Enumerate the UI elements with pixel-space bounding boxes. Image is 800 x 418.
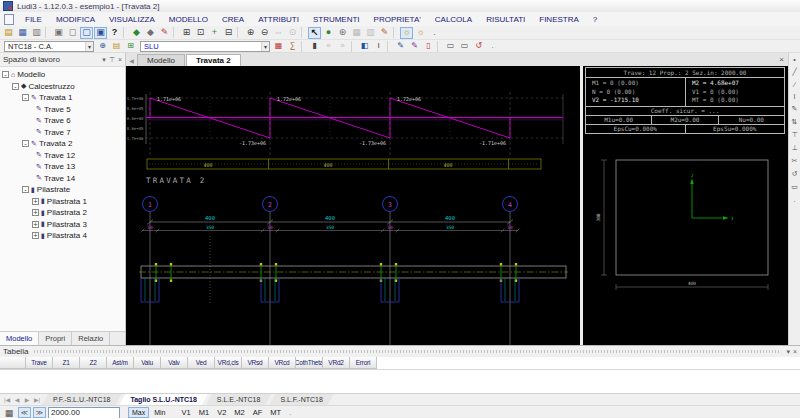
panel-grip[interactable] xyxy=(34,350,780,353)
align-top-tool-icon[interactable]: ⊤ xyxy=(791,131,797,139)
toolbar-overflow-icon[interactable]: . xyxy=(286,407,294,418)
tab-scroll-left-icon[interactable]: ◀ xyxy=(126,55,137,66)
sheet-tab-slf[interactable]: S.L.F.-NTC18 xyxy=(269,394,333,405)
tree-item-trave-6[interactable]: ✎ Trave 6 xyxy=(0,115,125,127)
expand-icon[interactable]: - xyxy=(2,71,9,78)
tree-item-pilastrata-4[interactable]: + ▮ Pilastrata 4 xyxy=(0,230,125,242)
column-header-errori[interactable]: Errori xyxy=(350,357,377,369)
table-view-icon[interactable]: ▦ xyxy=(350,27,363,39)
column-header-z1[interactable]: Z1 xyxy=(53,357,80,369)
annotate-icon[interactable]: ✎ xyxy=(378,27,391,39)
tree-item-trave-13[interactable]: ✎ Trave 13 xyxy=(0,161,125,173)
tree-item-trave-14[interactable]: ✎ Trave 14 xyxy=(0,173,125,185)
first-sheet-icon[interactable]: |◀ xyxy=(2,396,12,403)
dashed-rect2-icon[interactable]: ▭ xyxy=(458,41,471,52)
rect-tool-icon[interactable]: ▭ xyxy=(791,183,798,191)
section-next-icon[interactable]: ≫ xyxy=(33,407,46,418)
expand-icon[interactable]: - xyxy=(22,186,29,193)
tree-item-calcestruzzo[interactable]: - ◆ Calcestruzzo xyxy=(0,81,125,93)
report-icon[interactable]: ▥ xyxy=(364,27,377,39)
column-header-z2[interactable]: Z2 xyxy=(80,357,107,369)
envelope-icon[interactable]: ▤ xyxy=(110,41,123,52)
select-cursor-icon[interactable]: ↖ xyxy=(308,27,321,39)
toolbar2-overflow-icon[interactable]: . xyxy=(486,41,499,52)
tree-item-pilastrata-3[interactable]: + ▮ Pilastrata 3 xyxy=(0,219,125,231)
snap-icon[interactable]: ⊡ xyxy=(194,27,207,39)
menu-finestra[interactable]: FINESTRA xyxy=(532,15,586,24)
tree-item-trave-12[interactable]: ✎ Trave 12 xyxy=(0,150,125,162)
zoom-in-icon[interactable]: ⊕ xyxy=(244,27,257,39)
column-header-trave[interactable]: Trave xyxy=(26,357,53,369)
tree-item-pilastrata-1[interactable]: + ▮ Pilastrata 1 xyxy=(0,196,125,208)
globe-icon[interactable]: ● xyxy=(322,27,335,39)
expand-icon[interactable]: + xyxy=(32,209,39,216)
column-header-valv[interactable]: Valv xyxy=(161,357,188,369)
view-results-icon[interactable]: ▣ xyxy=(94,27,107,39)
tree-item-travata-1[interactable]: - ✎ Travata 1 xyxy=(0,92,125,104)
dashed-rect-icon[interactable]: ▭ xyxy=(444,41,457,52)
m1-button[interactable]: M1 xyxy=(196,407,212,418)
bulb-on-icon[interactable]: ☼ xyxy=(400,27,413,39)
column-header-coththeta[interactable]: CothTheta xyxy=(296,357,323,369)
bulb-off-icon[interactable]: ☼ xyxy=(414,27,427,39)
copy-icon[interactable]: ▥ xyxy=(30,27,43,39)
load-combination-combobox[interactable]: SLU ▾ xyxy=(140,41,270,52)
mt-button[interactable]: MT xyxy=(267,407,284,418)
menu-modello[interactable]: MODELLO xyxy=(162,15,215,24)
sheet-tab-sle[interactable]: S.L.E.-NTC18 xyxy=(206,394,272,405)
rect-icon[interactable]: ▯ xyxy=(422,41,435,52)
combine-icon[interactable]: ⊕ xyxy=(96,41,109,52)
pen-purple-icon[interactable]: ✎ xyxy=(408,41,421,52)
tree-item-travata-2[interactable]: - ✎ Travata 2 xyxy=(0,138,125,150)
calc-icon[interactable]: ∑ xyxy=(286,41,299,52)
menu-attributi[interactable]: ATTRIBUTI xyxy=(251,15,306,24)
toolbar-overflow-icon[interactable]: . xyxy=(428,27,441,39)
menu-crea[interactable]: CREA xyxy=(215,15,251,24)
open-icon[interactable]: ▤ xyxy=(2,27,15,39)
v1-button[interactable]: V1 xyxy=(179,407,194,418)
edit-pencil-icon[interactable]: ✎ xyxy=(158,27,171,39)
render-solid-icon[interactable]: ◆ xyxy=(130,27,143,39)
tree-item-trave-7[interactable]: ✎ Trave 7 xyxy=(0,127,125,139)
close-icon[interactable]: × xyxy=(793,348,797,356)
expand-icon[interactable]: - xyxy=(12,83,19,90)
menu-file[interactable]: FILE xyxy=(18,15,49,24)
column-header-ved[interactable]: Ved xyxy=(188,357,215,369)
result-table-icon[interactable]: ▦ xyxy=(272,41,285,52)
align-bottom-tool-icon[interactable]: ⊥ xyxy=(791,144,797,152)
more-tools-icon[interactable]: . xyxy=(794,196,796,203)
drawing-canvas[interactable]: 1.7e+06 8.6e+05 0.0e+00 -8.6e+05 -1.7e+0… xyxy=(126,66,580,345)
sheet-tab-pf-slu[interactable]: P.F.-S.L.U.-NTC18 xyxy=(42,394,121,405)
expand-icon[interactable]: + xyxy=(32,221,39,228)
tree-item-pilastrate[interactable]: - ▮ Pilastrate xyxy=(0,184,125,196)
prev-sheet-icon[interactable]: ◀ xyxy=(12,396,22,403)
chevron-down-icon[interactable]: ▾ xyxy=(102,56,106,64)
flip-tool-icon[interactable]: ⇅ xyxy=(792,118,798,126)
menu-modifica[interactable]: MODIFICA xyxy=(49,15,102,24)
m2-button[interactable]: M2 xyxy=(231,407,247,418)
line-tool-icon[interactable]: ╱ xyxy=(792,68,796,76)
expand-icon[interactable]: + xyxy=(32,232,39,239)
max-button[interactable]: Max xyxy=(128,407,149,418)
grid-icon[interactable]: ⊞ xyxy=(180,27,193,39)
section-canvas[interactable]: Trave: 12 Prop.: 2 Sez.in: 2000.00 M1 = … xyxy=(583,66,788,345)
render-flat-icon[interactable]: ◆ xyxy=(144,27,157,39)
table-report-icon[interactable]: ▦ xyxy=(2,407,16,418)
column-header-vrd2[interactable]: VRd2 xyxy=(323,357,350,369)
expand-icon[interactable]: - xyxy=(22,140,29,147)
column-header-astm[interactable]: Ast/m xyxy=(107,357,134,369)
bar-icon[interactable]: ▮ xyxy=(308,41,321,52)
remove-entity-icon[interactable]: ⊟ xyxy=(222,27,235,39)
menu-calcola[interactable]: CALCOLA xyxy=(428,15,479,24)
zoom-extents-icon[interactable]: ⊙ xyxy=(286,27,299,39)
menu-proprieta[interactable]: PROPRIETA' xyxy=(367,15,428,24)
tab-modello[interactable]: Modello xyxy=(0,332,39,345)
print-icon[interactable]: ▣ xyxy=(52,27,65,39)
ibeam-icon[interactable]: I xyxy=(372,41,385,52)
af-button[interactable]: AF xyxy=(250,407,266,418)
refresh-icon[interactable]: ↺ xyxy=(472,41,485,52)
section-prev-icon[interactable]: ≪ xyxy=(18,407,31,418)
min-button[interactable]: Min xyxy=(151,407,168,418)
menu-visualizza[interactable]: VISUALIZZA xyxy=(102,15,162,24)
prev-icon[interactable]: « xyxy=(322,41,335,52)
